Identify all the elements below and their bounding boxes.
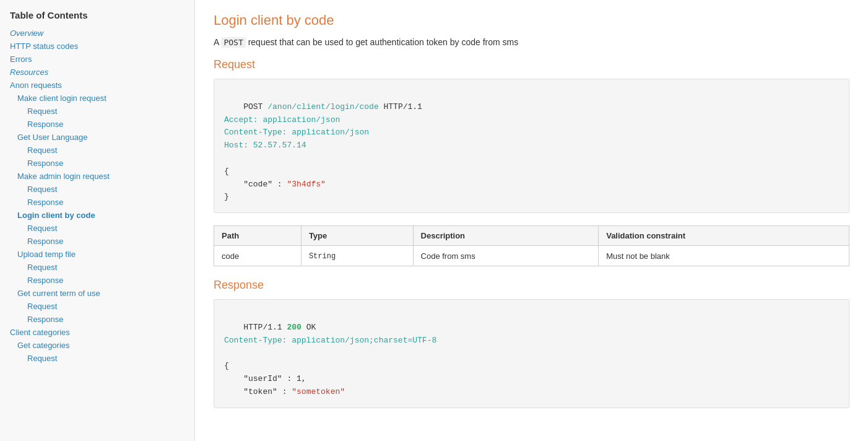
resp-status-code: 200: [287, 323, 301, 332]
table-row: codeStringCode from smsMust not be blank: [214, 246, 849, 266]
req-path: /anon/client/login/code: [267, 102, 378, 111]
sidebar-item[interactable]: Get categories: [0, 339, 194, 352]
sidebar-item[interactable]: Request: [0, 300, 194, 313]
sidebar-item[interactable]: Request: [0, 144, 194, 157]
table-cell: Must not be blank: [599, 246, 849, 266]
description: A POST request that can be used to get a…: [214, 37, 849, 47]
sidebar-item[interactable]: Response: [0, 196, 194, 209]
sidebar-item[interactable]: Response: [0, 118, 194, 131]
main-content: Login client by code A POST request that…: [195, 0, 868, 441]
sidebar-item[interactable]: Overview: [0, 27, 194, 40]
table-body: codeStringCode from smsMust not be blank: [214, 246, 849, 266]
resp-userid-val: 1,: [297, 374, 306, 383]
section-title: Login client by code: [214, 12, 849, 28]
sidebar-item[interactable]: Response: [0, 313, 194, 326]
req-h3k: Host:: [224, 141, 253, 150]
col-description: Description: [413, 226, 599, 246]
sidebar-item[interactable]: Request: [0, 183, 194, 196]
response-code-block: HTTP/1.1 200 OK Content-Type: applicatio…: [214, 299, 849, 408]
sidebar: Table of Contents OverviewHTTP status co…: [0, 0, 195, 441]
col-path: Path: [214, 226, 302, 246]
req-h1k: Accept:: [224, 115, 263, 124]
resp-userid-sep: :: [282, 374, 297, 383]
sidebar-item[interactable]: Response: [0, 235, 194, 248]
sidebar-item[interactable]: Get current term of use: [0, 287, 194, 300]
resp-token-key: "token": [243, 387, 277, 396]
sidebar-item[interactable]: Anon requests: [0, 79, 194, 92]
col-validation: Validation constraint: [599, 226, 849, 246]
request-title: Request: [214, 58, 849, 71]
sidebar-item[interactable]: Request: [0, 352, 194, 365]
toc-title: Table of Contents: [0, 7, 194, 27]
col-type: Type: [301, 226, 413, 246]
table-cell: code: [214, 246, 302, 266]
req-body-sep: :: [272, 180, 287, 189]
desc-code: POST: [221, 37, 245, 48]
sidebar-item[interactable]: Errors: [0, 53, 194, 66]
sidebar-item[interactable]: Response: [0, 157, 194, 170]
resp-hv: application/json;charset=UTF-8: [292, 336, 436, 345]
sidebar-item[interactable]: Login client by code: [0, 209, 194, 222]
desc-pre: A: [214, 37, 221, 47]
sidebar-item[interactable]: Resources: [0, 66, 194, 79]
resp-status-text: OK: [302, 323, 316, 332]
sidebar-item[interactable]: HTTP status codes: [0, 40, 194, 53]
sidebar-item[interactable]: Response: [0, 274, 194, 287]
response-title: Response: [214, 279, 849, 292]
desc-post: request that can be used to get authenti…: [246, 37, 519, 47]
sidebar-items: OverviewHTTP status codesErrorsResources…: [0, 27, 194, 365]
resp-userid-key: "userId": [243, 374, 282, 383]
resp-token-sep: :: [277, 387, 292, 396]
sidebar-item[interactable]: Request: [0, 261, 194, 274]
resp-token-val: "sometoken": [292, 387, 345, 396]
sidebar-item[interactable]: Get User Language: [0, 131, 194, 144]
resp-hk: Content-Type:: [224, 336, 292, 345]
req-body-key: "code": [243, 180, 272, 189]
params-table: Path Type Description Validation constra…: [214, 225, 849, 266]
sidebar-item[interactable]: Request: [0, 222, 194, 235]
sidebar-item[interactable]: Make client login request: [0, 92, 194, 105]
req-body-val: "3h4dfs": [287, 180, 325, 189]
req-h1v: application/json: [263, 115, 340, 124]
req-h2k: Content-Type:: [224, 128, 292, 137]
table-header-row: Path Type Description Validation constra…: [214, 226, 849, 246]
req-h3v: 52.57.57.14: [253, 141, 306, 150]
table-cell: String: [301, 246, 413, 266]
resp-protocol: HTTP/1.1: [243, 323, 287, 332]
table-cell: Code from sms: [413, 246, 599, 266]
request-code-block: POST /anon/client/login/code HTTP/1.1 Ac…: [214, 79, 849, 213]
sidebar-item[interactable]: Make admin login request: [0, 170, 194, 183]
sidebar-item[interactable]: Upload temp file: [0, 248, 194, 261]
sidebar-item[interactable]: Client categories: [0, 326, 194, 339]
req-protocol: HTTP/1.1: [379, 102, 422, 111]
sidebar-item[interactable]: Request: [0, 105, 194, 118]
req-method: POST: [243, 102, 263, 111]
req-h2v: application/json: [292, 128, 369, 137]
